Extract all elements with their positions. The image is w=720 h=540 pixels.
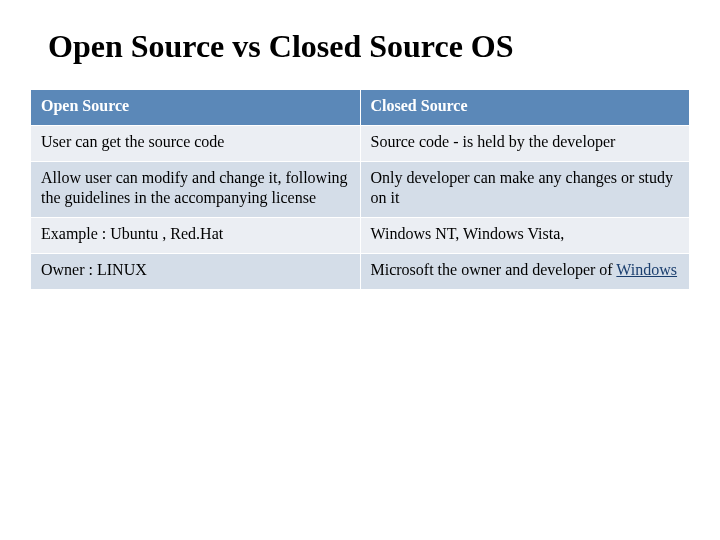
windows-link[interactable]: Windows (616, 261, 677, 278)
page-title: Open Source vs Closed Source OS (48, 28, 690, 65)
cell-open-source-code: User can get the source code (31, 125, 361, 161)
cell-closed-owner: Microsoft the owner and developer of Win… (360, 253, 690, 289)
table-row: Owner : LINUX Microsoft the owner and de… (31, 253, 690, 289)
table-header-row: Open Source Closed Source (31, 90, 690, 126)
header-open-source: Open Source (31, 90, 361, 126)
table-row: User can get the source code Source code… (31, 125, 690, 161)
table-row: Example : Ubuntu , Red.Hat Windows NT, W… (31, 218, 690, 254)
cell-closed-owner-text: Microsoft the owner and developer of (371, 261, 617, 278)
cell-closed-modify: Only developer can make any changes or s… (360, 161, 690, 218)
cell-closed-source-code: Source code - is held by the developer (360, 125, 690, 161)
table-row: Allow user can modify and change it, fol… (31, 161, 690, 218)
comparison-table: Open Source Closed Source User can get t… (30, 89, 690, 290)
cell-closed-example: Windows NT, Windows Vista, (360, 218, 690, 254)
header-closed-source: Closed Source (360, 90, 690, 126)
cell-open-example: Example : Ubuntu , Red.Hat (31, 218, 361, 254)
cell-open-owner: Owner : LINUX (31, 253, 361, 289)
slide-container: Open Source vs Closed Source OS Open Sou… (0, 0, 720, 540)
cell-open-modify: Allow user can modify and change it, fol… (31, 161, 361, 218)
